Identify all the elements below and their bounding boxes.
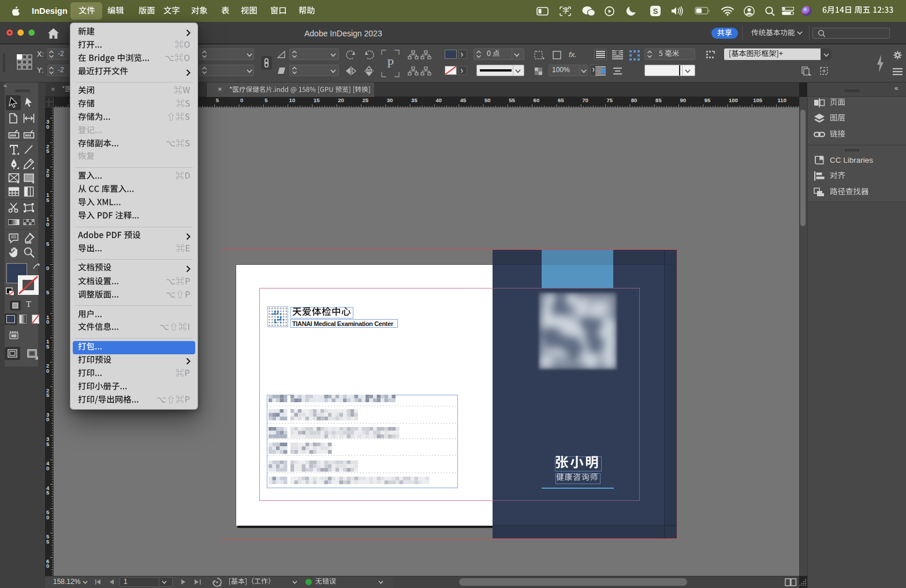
svg-text:S: S	[653, 7, 658, 16]
svg-text:P: P	[387, 56, 394, 70]
